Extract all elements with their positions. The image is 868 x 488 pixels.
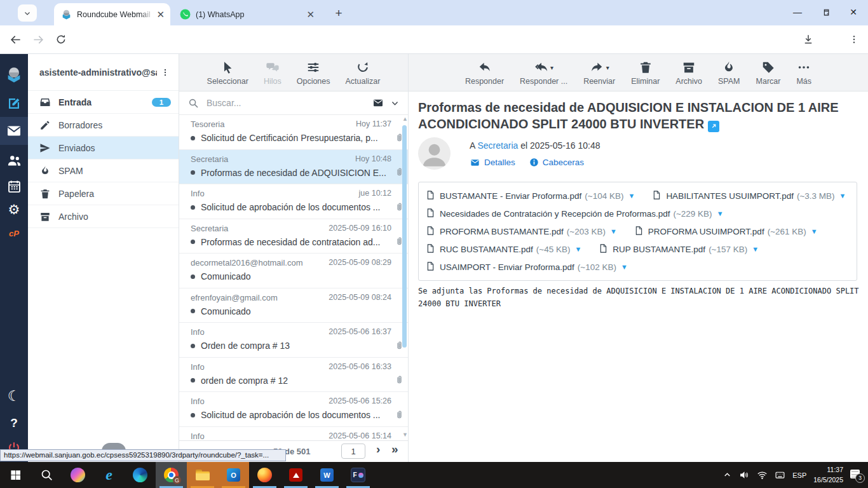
browser-menu-button[interactable] <box>845 30 863 48</box>
more-button[interactable]: Más <box>796 60 811 86</box>
mark-button[interactable]: Marcar <box>756 60 781 86</box>
message-row[interactable]: Info2025-05-06 15:26Solicitud de aprobac… <box>179 392 408 427</box>
language-indicator[interactable]: ESP <box>792 471 806 479</box>
window-restore-button[interactable] <box>812 0 839 24</box>
message-row[interactable]: TesoreriaHoy 11:37Solicitud de Certifica… <box>179 115 408 150</box>
edge-button[interactable] <box>125 462 156 488</box>
reload-button[interactable] <box>52 30 70 48</box>
attachment-chip[interactable]: PROFORMA BUSTAMANTE.pdf(~203 KB)▼ <box>425 222 617 240</box>
attachment-chip[interactable]: BUSTAMANTE - Enviar Proforma.pdf(~104 KB… <box>425 187 635 205</box>
chrome-button[interactable]: G <box>156 462 187 488</box>
message-row[interactable]: Infojue 10:12Solicitud de aprobación de … <box>179 184 408 219</box>
downloads-button[interactable] <box>799 30 817 48</box>
forward-button[interactable]: ▾ Reenviar <box>583 60 615 86</box>
file-explorer-button[interactable] <box>187 462 218 488</box>
cpanel-button[interactable]: cP <box>0 220 28 246</box>
next-page-button[interactable]: › <box>376 442 380 456</box>
attachment-menu-caret-icon[interactable]: ▼ <box>621 263 628 271</box>
tray-expand-icon[interactable] <box>722 470 732 480</box>
attachment-menu-caret-icon[interactable]: ▼ <box>628 192 635 200</box>
sidebar-folder-entrada[interactable]: Entrada1 <box>28 91 179 114</box>
back-button[interactable] <box>6 30 24 48</box>
select-button[interactable]: Seleccionar <box>207 60 248 86</box>
sidebar-folder-enviados[interactable]: Enviados <box>28 137 179 159</box>
dropdown-caret-icon[interactable]: ▾ <box>606 64 609 71</box>
spam-button[interactable]: SPAM <box>718 60 740 86</box>
forward-button[interactable] <box>29 30 47 48</box>
taskbar-clock[interactable]: 11:37 16/5/2025 <box>813 465 843 484</box>
attachment-menu-caret-icon[interactable]: ▼ <box>752 245 759 253</box>
attachment-chip[interactable]: HABILITANTES USUIMPORT.pdf(~3.3 MB)▼ <box>651 187 846 205</box>
start-button[interactable] <box>0 462 31 488</box>
search-scope-mail-icon[interactable] <box>372 98 384 108</box>
internet-explorer-button[interactable]: e <box>93 462 125 488</box>
message-row[interactable]: Info2025-05-06 16:37Orden de compra # 13 <box>179 323 408 358</box>
compose-button[interactable] <box>0 91 28 116</box>
delete-button[interactable]: Eliminar <box>631 60 660 86</box>
page-number-input[interactable] <box>341 444 365 459</box>
new-tab-button[interactable]: + <box>330 5 347 22</box>
attachment-menu-caret-icon[interactable]: ▼ <box>610 227 617 235</box>
message-row[interactable]: SecretariaHoy 10:48Proformas de necesida… <box>179 150 408 185</box>
open-in-new-window-icon[interactable] <box>708 121 719 132</box>
attachment-menu-caret-icon[interactable]: ▼ <box>717 210 724 217</box>
wifi-icon[interactable] <box>757 470 768 480</box>
contacts-nav-button[interactable] <box>0 147 28 173</box>
dark-mode-toggle[interactable]: ☾ <box>0 383 28 409</box>
help-button[interactable]: ? <box>0 410 28 435</box>
headers-toggle[interactable]: Cabeceras <box>529 158 584 167</box>
window-close-button[interactable]: ✕ <box>840 0 867 24</box>
message-row[interactable]: Info2025-05-06 15:14 <box>179 427 408 442</box>
acrobat-button[interactable] <box>280 462 311 488</box>
scrollbar-thumb[interactable] <box>402 125 407 348</box>
attachment-menu-caret-icon[interactable]: ▼ <box>811 227 818 235</box>
search-options-chevron-icon[interactable] <box>391 99 399 107</box>
message-row[interactable]: Secretaria2025-05-09 16:10Proformas de n… <box>179 219 408 254</box>
options-button[interactable]: Opciones <box>297 60 330 86</box>
attachment-chip[interactable]: USAIMPORT - Enviar Proforma.pdf(~102 KB)… <box>425 258 628 276</box>
dropdown-caret-icon[interactable]: ▾ <box>550 64 553 71</box>
sidebar-folder-archivo[interactable]: Archivo <box>28 205 179 228</box>
taskbar-search-button[interactable] <box>31 462 62 488</box>
list-scrollbar[interactable]: ▲ <box>402 116 407 121</box>
mail-nav-button[interactable] <box>0 117 28 145</box>
account-menu-button[interactable] <box>157 67 173 78</box>
reply-all-button[interactable]: ▾ Responder ... <box>520 60 567 86</box>
search-input[interactable] <box>205 97 372 109</box>
message-row[interactable]: efrenfoyain@gmail.com2025-05-09 08:24Com… <box>179 288 408 323</box>
outlook-button[interactable]: O <box>218 462 249 488</box>
threads-button[interactable]: Hilos <box>264 60 281 86</box>
tab-search-button[interactable] <box>18 4 37 22</box>
attachment-chip[interactable]: Necesidades de Contratación y Recepción … <box>425 205 724 222</box>
notification-center-button[interactable]: 3 <box>850 470 863 481</box>
message-row[interactable]: decormetal2016@hotmail.com2025-05-09 08:… <box>179 254 408 288</box>
tab-close-icon[interactable]: ✕ <box>156 9 165 20</box>
tab-close-icon[interactable]: ✕ <box>306 9 315 20</box>
settings-nav-button[interactable]: ⚙ <box>0 196 28 222</box>
last-page-button[interactable]: » <box>391 442 398 456</box>
scroll-down-icon[interactable]: ▼ <box>402 431 407 438</box>
word-button[interactable]: W <box>311 462 342 488</box>
attachment-chip[interactable]: PROFORMA USUIMPORT.pdf(~261 KB)▼ <box>634 222 818 240</box>
sidebar-folder-borradores[interactable]: Borradores <box>28 114 179 137</box>
sidebar-folder-spam[interactable]: SPAM <box>28 159 179 182</box>
f-app-button[interactable]: F <box>342 462 374 488</box>
scroll-up-icon[interactable]: ▲ <box>402 116 407 121</box>
window-minimize-button[interactable]: — <box>784 0 811 24</box>
attachment-menu-caret-icon[interactable]: ▼ <box>839 192 846 200</box>
reply-button[interactable]: Responder <box>465 60 504 86</box>
archive-button[interactable]: Archivo <box>675 60 702 86</box>
sidebar-folder-papelera[interactable]: Papelera <box>28 182 179 205</box>
firefox-button[interactable] <box>249 462 280 488</box>
calendar-nav-button[interactable] <box>0 173 28 199</box>
attachment-menu-caret-icon[interactable]: ▼ <box>574 245 581 253</box>
details-toggle[interactable]: Detalles <box>470 158 515 167</box>
recipient-link[interactable]: Secretaria <box>477 140 518 151</box>
attachment-chip[interactable]: RUC BUSTAMANTE.pdf(~45 KB)▼ <box>425 240 581 258</box>
attachment-chip[interactable]: RUP BUSTAMANTE.pdf(~157 KB)▼ <box>598 240 759 258</box>
message-row[interactable]: Info2025-05-06 16:33orden de compra # 12 <box>179 358 408 393</box>
refresh-button[interactable]: Actualizar <box>346 60 381 86</box>
volume-icon[interactable] <box>739 470 750 480</box>
copilot-button[interactable] <box>62 462 93 488</box>
touch-keyboard-icon[interactable] <box>775 470 785 480</box>
